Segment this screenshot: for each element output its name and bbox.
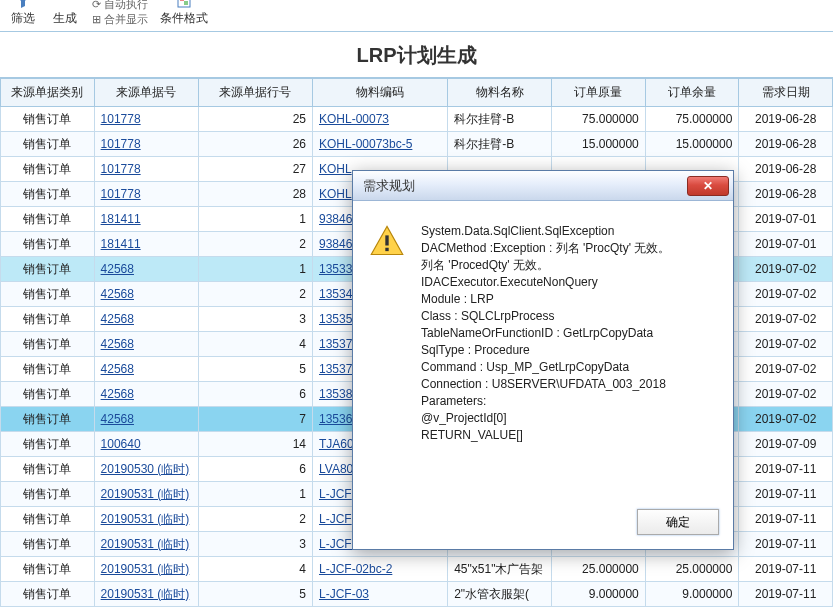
cell-line: 26 bbox=[198, 132, 312, 157]
src-link[interactable]: 20190531 (临时) bbox=[101, 562, 190, 576]
condfmt-button[interactable]: 条件格式 bbox=[160, 0, 208, 27]
filter-button[interactable]: 筛选 bbox=[8, 0, 38, 27]
col-date[interactable]: 需求日期 bbox=[739, 79, 833, 107]
mat-link[interactable]: 93846 bbox=[319, 212, 352, 226]
dialog-close-button[interactable]: ✕ bbox=[687, 176, 729, 196]
src-link[interactable]: 101778 bbox=[101, 162, 141, 176]
cell-type: 销售订单 bbox=[1, 132, 95, 157]
src-link[interactable]: 20190530 (临时) bbox=[101, 462, 190, 476]
cell-type: 销售订单 bbox=[1, 307, 95, 332]
mat-link[interactable]: KOHL-00073bc-5 bbox=[319, 137, 412, 151]
cell-type: 销售订单 bbox=[1, 182, 95, 207]
dialog-message: System.Data.SqlClient.SqlException DACMe… bbox=[421, 223, 670, 487]
cell-name: 45"x51"木广告架 bbox=[448, 557, 552, 582]
mat-link[interactable]: 13537 bbox=[319, 362, 352, 376]
src-link[interactable]: 101778 bbox=[101, 187, 141, 201]
cell-line: 3 bbox=[198, 532, 312, 557]
table-row[interactable]: 销售订单20190531 (临时)4L-JCF-02bc-245"x51"木广告… bbox=[1, 557, 833, 582]
src-link[interactable]: 181411 bbox=[101, 212, 141, 226]
mat-link[interactable]: TJA60 bbox=[319, 437, 354, 451]
cell-srcno: 181411 bbox=[94, 207, 198, 232]
src-link[interactable]: 100640 bbox=[101, 437, 141, 451]
col-name[interactable]: 物料名称 bbox=[448, 79, 552, 107]
toolbar: 筛选 生成 ⟳ 自动执行 ⊞ 合并显示 条件格式 bbox=[0, 0, 833, 32]
col-qty[interactable]: 订单原量 bbox=[552, 79, 646, 107]
col-rem[interactable]: 订单余量 bbox=[645, 79, 739, 107]
cell-srcno: 20190531 (临时) bbox=[94, 532, 198, 557]
src-link[interactable]: 20190531 (临时) bbox=[101, 587, 190, 601]
cell-srcno: 42568 bbox=[94, 332, 198, 357]
col-line[interactable]: 来源单据行号 bbox=[198, 79, 312, 107]
cell-type: 销售订单 bbox=[1, 107, 95, 132]
src-link[interactable]: 101778 bbox=[101, 112, 141, 126]
generate-button[interactable]: 生成 bbox=[50, 10, 80, 27]
cell-date: 2019-07-11 bbox=[739, 482, 833, 507]
table-row[interactable]: 销售订单10177825KOHL-00073科尔挂臂-B75.00000075.… bbox=[1, 107, 833, 132]
src-link[interactable]: 42568 bbox=[101, 412, 134, 426]
cell-mat: L-JCF-03 bbox=[312, 582, 447, 607]
cell-srcno: 20190531 (临时) bbox=[94, 507, 198, 532]
merge-group[interactable]: ⟳ 自动执行 ⊞ 合并显示 bbox=[92, 0, 148, 27]
condfmt-icon bbox=[176, 0, 192, 9]
ok-button[interactable]: 确定 bbox=[637, 509, 719, 535]
mat-link[interactable]: L-JCF bbox=[319, 487, 352, 501]
mat-link[interactable]: 13534 bbox=[319, 287, 352, 301]
src-link[interactable]: 181411 bbox=[101, 237, 141, 251]
auto-exec-icon: ⟳ bbox=[92, 0, 104, 10]
table-row[interactable]: 销售订单20190531 (临时)5L-JCF-032"水管衣服架(9.0000… bbox=[1, 582, 833, 607]
src-link[interactable]: 20190531 (临时) bbox=[101, 512, 190, 526]
cell-srcno: 181411 bbox=[94, 232, 198, 257]
cell-type: 销售订单 bbox=[1, 157, 95, 182]
src-link[interactable]: 101778 bbox=[101, 137, 141, 151]
src-link[interactable]: 42568 bbox=[101, 262, 134, 276]
cell-date: 2019-07-11 bbox=[739, 557, 833, 582]
col-srcno[interactable]: 来源单据号 bbox=[94, 79, 198, 107]
mat-link[interactable]: L-JCF bbox=[319, 512, 352, 526]
header-row: 来源单据类别 来源单据号 来源单据行号 物料编码 物料名称 订单原量 订单余量 … bbox=[1, 79, 833, 107]
dialog-titlebar[interactable]: 需求规划 ✕ bbox=[353, 171, 733, 201]
cell-date: 2019-07-02 bbox=[739, 332, 833, 357]
mat-link[interactable]: KOHL bbox=[319, 162, 352, 176]
mat-link[interactable]: 13538 bbox=[319, 387, 352, 401]
cell-srcno: 42568 bbox=[94, 307, 198, 332]
cell-srcno: 101778 bbox=[94, 132, 198, 157]
src-link[interactable]: 42568 bbox=[101, 337, 134, 351]
col-mat[interactable]: 物料编码 bbox=[312, 79, 447, 107]
src-link[interactable]: 20190531 (临时) bbox=[101, 537, 190, 551]
mat-link[interactable]: KOHL bbox=[319, 187, 352, 201]
mat-link[interactable]: 93846 bbox=[319, 237, 352, 251]
mat-link[interactable]: LVA80 bbox=[319, 462, 353, 476]
cell-srcno: 42568 bbox=[94, 382, 198, 407]
mat-link[interactable]: L-JCF-03 bbox=[319, 587, 369, 601]
dialog-title-text: 需求规划 bbox=[363, 177, 415, 195]
cell-type: 销售订单 bbox=[1, 507, 95, 532]
table-row[interactable]: 销售订单10177826KOHL-00073bc-5科尔挂臂-B15.00000… bbox=[1, 132, 833, 157]
mat-link[interactable]: 13535 bbox=[319, 312, 352, 326]
col-type[interactable]: 来源单据类别 bbox=[1, 79, 95, 107]
cell-srcno: 42568 bbox=[94, 407, 198, 432]
src-link[interactable]: 42568 bbox=[101, 387, 134, 401]
cell-srcno: 100640 bbox=[94, 432, 198, 457]
cell-srcno: 20190530 (临时) bbox=[94, 457, 198, 482]
src-link[interactable]: 42568 bbox=[101, 362, 134, 376]
cell-qty: 15.000000 bbox=[552, 132, 646, 157]
cell-line: 14 bbox=[198, 432, 312, 457]
cell-mat: KOHL-00073bc-5 bbox=[312, 132, 447, 157]
cell-line: 3 bbox=[198, 307, 312, 332]
cell-line: 1 bbox=[198, 207, 312, 232]
mat-link[interactable]: 13537 bbox=[319, 337, 352, 351]
cell-srcno: 42568 bbox=[94, 257, 198, 282]
src-link[interactable]: 42568 bbox=[101, 287, 134, 301]
merge-display-label: 合并显示 bbox=[104, 13, 148, 25]
src-link[interactable]: 42568 bbox=[101, 312, 134, 326]
mat-link[interactable]: 13536 bbox=[319, 412, 352, 426]
src-link[interactable]: 20190531 (临时) bbox=[101, 487, 190, 501]
auto-exec-label: 自动执行 bbox=[104, 0, 148, 10]
funnel-icon bbox=[15, 0, 31, 9]
mat-link[interactable]: KOHL-00073 bbox=[319, 112, 389, 126]
cell-type: 销售订单 bbox=[1, 482, 95, 507]
cell-type: 销售订单 bbox=[1, 232, 95, 257]
mat-link[interactable]: L-JCF-02bc-2 bbox=[319, 562, 392, 576]
error-dialog: 需求规划 ✕ System.Data.SqlClient.SqlExceptio… bbox=[352, 170, 734, 550]
mat-link[interactable]: 13533 bbox=[319, 262, 352, 276]
